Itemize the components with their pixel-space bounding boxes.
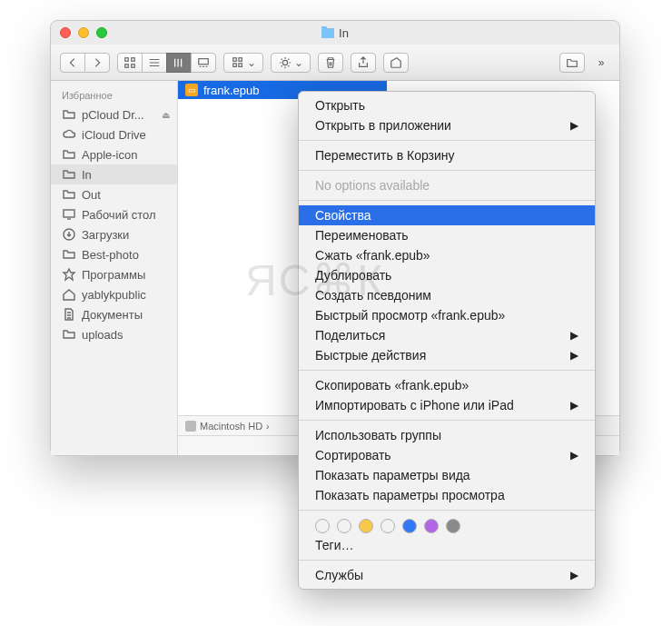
tag-color-4[interactable]	[402, 519, 417, 533]
sidebar-item-label: Out	[82, 188, 101, 202]
folder-icon	[62, 187, 76, 202]
path-root: Macintosh HD	[200, 421, 262, 432]
window-title-text: In	[339, 26, 349, 40]
tags-button[interactable]	[383, 53, 409, 73]
menu-separator	[299, 370, 595, 371]
tag-color-6[interactable]	[446, 519, 460, 533]
view-icon-button[interactable]	[117, 53, 143, 73]
menu-separator	[299, 200, 595, 201]
sidebar-item-label: pCloud Dr...	[82, 108, 144, 122]
submenu-arrow-icon: ▶	[570, 329, 578, 342]
tag-color-2[interactable]	[359, 519, 373, 533]
sidebar-item-8[interactable]: Программы	[51, 264, 177, 284]
sidebar-item-10[interactable]: Документы	[51, 304, 177, 324]
sidebar-item-11[interactable]: uploads	[51, 324, 177, 344]
menu-services[interactable]: Службы▶	[299, 565, 595, 585]
sidebar-item-label: Загрузки	[82, 228, 129, 242]
desktop-icon	[62, 207, 76, 222]
sidebar-item-0[interactable]: pCloud Dr...⏏	[51, 104, 177, 124]
menu-duplicate[interactable]: Дублировать	[299, 265, 595, 285]
sidebar-item-2[interactable]: Apple-icon	[51, 144, 177, 164]
menu-tags[interactable]: Теги…	[299, 535, 595, 555]
svg-rect-3	[132, 64, 135, 67]
sidebar-item-7[interactable]: Best-photo	[51, 244, 177, 264]
menu-quick-actions[interactable]: Быстрые действия▶	[299, 345, 595, 365]
forward-button[interactable]	[84, 53, 110, 73]
svg-rect-5	[232, 57, 236, 61]
sidebar-item-3[interactable]: In	[51, 164, 177, 184]
svg-rect-2	[125, 64, 129, 67]
menu-alias[interactable]: Создать псевдоним	[299, 285, 595, 305]
svg-rect-6	[232, 63, 236, 66]
menu-open-with[interactable]: Открыть в приложении▶	[299, 115, 595, 135]
sidebar-item-label: Рабочий стол	[82, 208, 156, 222]
disk-icon	[185, 421, 196, 432]
menu-no-options: No options available	[299, 175, 595, 195]
menu-properties[interactable]: Свойства	[299, 205, 595, 225]
downloads-icon	[62, 227, 76, 242]
view-list-button[interactable]	[142, 53, 167, 73]
submenu-arrow-icon: ▶	[570, 119, 578, 132]
sidebar-item-6[interactable]: Загрузки	[51, 224, 177, 244]
overflow-button[interactable]: »	[592, 53, 610, 73]
menu-separator	[299, 560, 595, 561]
submenu-arrow-icon: ▶	[570, 399, 578, 412]
folder-icon	[62, 107, 76, 122]
svg-rect-7	[238, 57, 242, 61]
folder-icon	[321, 28, 334, 38]
delete-button[interactable]	[318, 53, 343, 73]
sidebar-item-label: Apple-icon	[82, 148, 137, 162]
view-columns-button[interactable]	[166, 53, 192, 73]
menu-use-groups[interactable]: Использовать группы	[299, 425, 595, 445]
tag-color-0[interactable]	[315, 519, 330, 533]
submenu-arrow-icon: ▶	[570, 349, 578, 362]
view-gallery-button[interactable]	[191, 53, 216, 73]
menu-tag-swatches	[299, 515, 595, 535]
sidebar-item-label: Документы	[82, 308, 143, 322]
groupby-button[interactable]: ⌄	[223, 53, 263, 73]
menu-open[interactable]: Открыть	[299, 95, 595, 115]
svg-rect-10	[64, 210, 74, 217]
sidebar-item-label: Best-photo	[82, 248, 139, 262]
sidebar[interactable]: Избранное pCloud Dr...⏏iCloud DriveApple…	[51, 81, 178, 455]
folder-icon	[62, 147, 76, 162]
menu-copy[interactable]: Скопировать «frank.epub»	[299, 375, 595, 395]
menu-quicklook[interactable]: Быстрый просмотр «frank.epub»	[299, 305, 595, 325]
back-button[interactable]	[60, 53, 85, 73]
share-button[interactable]	[351, 53, 376, 73]
titlebar: In	[51, 21, 619, 45]
tag-color-1[interactable]	[337, 519, 351, 533]
menu-sort[interactable]: Сортировать▶	[299, 445, 595, 465]
tag-color-5[interactable]	[424, 519, 439, 533]
docs-icon	[62, 307, 76, 322]
menu-preview-options[interactable]: Показать параметры просмотра	[299, 485, 595, 505]
svg-rect-1	[132, 57, 135, 61]
menu-separator	[299, 140, 595, 141]
menu-import[interactable]: Импортировать с iPhone или iPad▶	[299, 395, 595, 415]
menu-rename[interactable]: Переименовать	[299, 225, 595, 245]
sidebar-item-label: uploads	[82, 328, 124, 342]
menu-view-options[interactable]: Показать параметры вида	[299, 465, 595, 485]
cloud-icon	[62, 127, 76, 142]
sidebar-item-5[interactable]: Рабочий стол	[51, 204, 177, 224]
menu-share[interactable]: Поделиться▶	[299, 325, 595, 345]
sidebar-item-9[interactable]: yablykpublic	[51, 284, 177, 304]
home-icon	[62, 287, 76, 302]
sidebar-item-label: iCloud Drive	[82, 128, 146, 142]
eject-icon[interactable]: ⏏	[162, 110, 170, 120]
folder-icon	[62, 167, 76, 182]
sidebar-item-4[interactable]: Out	[51, 184, 177, 204]
menu-trash[interactable]: Переместить в Корзину	[299, 145, 595, 165]
menu-separator	[299, 420, 595, 421]
menu-separator	[299, 510, 595, 511]
newfolder-button[interactable]	[559, 53, 585, 73]
submenu-arrow-icon: ▶	[570, 449, 578, 462]
sidebar-item-label: Программы	[82, 268, 145, 282]
epub-icon: ▭	[185, 84, 198, 96]
menu-compress[interactable]: Сжать «frank.epub»	[299, 245, 595, 265]
submenu-arrow-icon: ▶	[570, 569, 578, 581]
sidebar-item-1[interactable]: iCloud Drive	[51, 124, 177, 144]
folder-icon	[62, 247, 76, 262]
actions-button[interactable]: ⌄	[271, 53, 311, 73]
tag-color-3[interactable]	[380, 519, 395, 533]
